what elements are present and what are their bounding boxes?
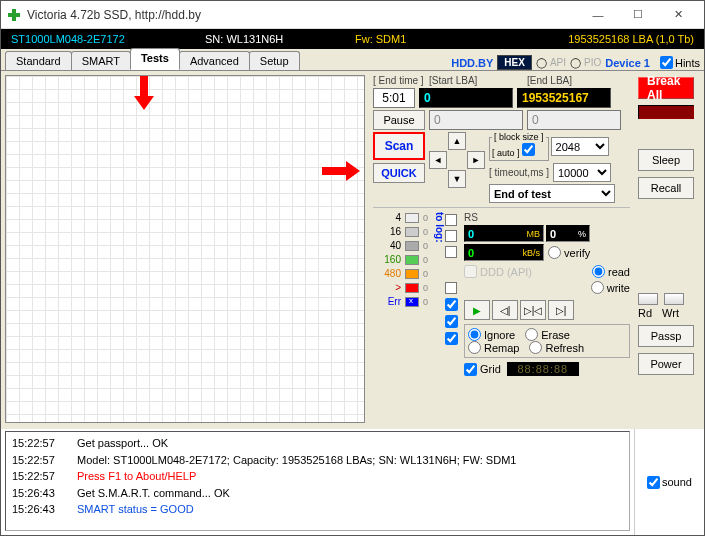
svg-rect-1 <box>8 13 20 17</box>
progress-indicator <box>638 105 694 119</box>
step-fwd-button[interactable]: ▷| <box>548 300 574 320</box>
close-button[interactable]: ✕ <box>658 2 698 28</box>
end-time-label: [ End time ] <box>373 75 425 86</box>
remap-radio[interactable]: Remap <box>468 341 519 354</box>
hex-button[interactable]: HEX <box>497 55 532 70</box>
nav-right-button[interactable]: ► <box>467 151 485 169</box>
end-time-field[interactable] <box>373 88 415 108</box>
device-select[interactable]: Device 1 <box>605 57 650 69</box>
refresh-radio[interactable]: Refresh <box>529 341 584 354</box>
tab-tests[interactable]: Tests <box>130 48 180 70</box>
drive-sn: SN: WL131N6H <box>205 33 355 45</box>
pct-readout: 0% <box>546 225 590 242</box>
grid-checkbox[interactable]: Grid <box>464 363 501 376</box>
timeout-select[interactable]: 10000 <box>553 163 611 182</box>
sidebar: Break All Sleep Recall Rd Wrt Passp Powe… <box>634 71 704 429</box>
start-lba-field[interactable] <box>419 88 513 108</box>
sleep-button[interactable]: Sleep <box>638 149 694 171</box>
drive-model: ST1000LM048-2E7172 <box>5 33 205 45</box>
hddby-link[interactable]: HDD.BY <box>451 57 493 69</box>
passp-button[interactable]: Passp <box>638 325 694 347</box>
tab-bar: Standard SMART Tests Advanced Setup HDD.… <box>1 49 704 71</box>
surface-map <box>5 75 365 423</box>
nav-diamond: ▲ ▼ ◄ ► <box>429 132 485 188</box>
end-lba-label: [End LBA] <box>527 75 572 86</box>
rd-label: Rd <box>638 307 652 319</box>
minimize-button[interactable]: — <box>578 2 618 28</box>
drive-lba: 1953525168 LBA (1,0 Tb) <box>495 33 700 45</box>
end-action-select[interactable]: End of test <box>489 184 615 203</box>
drive-fw: Fw: SDM1 <box>355 33 495 45</box>
action-group: Ignore Erase Remap Refresh <box>464 324 630 358</box>
log-check-2[interactable] <box>445 230 457 242</box>
log-check-5[interactable] <box>445 298 458 311</box>
footer: 15:22:57Get passport... OK15:22:57Model:… <box>1 429 704 535</box>
cur-a-field <box>429 110 523 130</box>
wrt-label: Wrt <box>662 307 679 319</box>
main-area: [ End time ] [Start LBA] [End LBA] Pause… <box>1 71 704 429</box>
log-check-3[interactable] <box>445 246 457 258</box>
step-back-button[interactable]: ◁| <box>492 300 518 320</box>
rd-indicator <box>638 293 658 305</box>
kbs-readout: 0kB/s <box>464 244 544 261</box>
nav-up-button[interactable]: ▲ <box>448 132 466 150</box>
auto-checkbox[interactable] <box>522 143 535 156</box>
block-size-select[interactable]: 2048 <box>551 137 609 156</box>
log-row: 15:26:43Get S.M.A.R.T. command... OK <box>12 485 623 502</box>
nav-down-button[interactable]: ▼ <box>448 170 466 188</box>
break-all-button[interactable]: Break All <box>638 77 694 99</box>
timing-legend: 40 160 400 1600 4800 >0 Errx0 <box>373 212 428 376</box>
tab-smart[interactable]: SMART <box>71 51 131 70</box>
block-size-group: [ block size ] [ auto ] <box>489 132 549 161</box>
write-radio[interactable]: write <box>591 281 630 294</box>
ddd-check[interactable]: DDD (API) <box>464 265 532 278</box>
wrt-indicator <box>664 293 684 305</box>
start-lba-label: [Start LBA] <box>429 75 523 86</box>
log-check-7[interactable] <box>445 332 458 345</box>
tab-standard[interactable]: Standard <box>5 51 72 70</box>
to-log-label: to log: <box>434 212 445 376</box>
read-radio[interactable]: read <box>592 265 630 278</box>
power-button[interactable]: Power <box>638 353 694 375</box>
verify-radio[interactable]: verify <box>548 246 590 259</box>
rs-label: RS <box>464 212 478 223</box>
api-radio[interactable]: ◯ API <box>536 57 566 68</box>
recall-button[interactable]: Recall <box>638 177 694 199</box>
controls-panel: [ End time ] [Start LBA] [End LBA] Pause… <box>369 71 634 429</box>
status-bar: ST1000LM048-2E7172 SN: WL131N6H Fw: SDM1… <box>1 29 704 49</box>
play-button[interactable]: ▶ <box>464 300 490 320</box>
quick-button[interactable]: QUICK <box>373 163 425 183</box>
titlebar: Victoria 4.72b SSD, http://hdd.by — ☐ ✕ <box>1 1 704 29</box>
play-controls: ▶ ◁| ▷|◁ ▷| <box>464 300 630 320</box>
app-icon <box>7 8 21 22</box>
end-lba-field[interactable] <box>517 88 611 108</box>
log-row: 15:22:57Press F1 to About/HELP <box>12 468 623 485</box>
hints-checkbox[interactable]: Hints <box>660 56 700 69</box>
timeout-label: [ timeout,ms ] <box>489 167 551 178</box>
nav-left-button[interactable]: ◄ <box>429 151 447 169</box>
tab-advanced[interactable]: Advanced <box>179 51 250 70</box>
log-area[interactable]: 15:22:57Get passport... OK15:22:57Model:… <box>5 431 630 531</box>
log-check-6[interactable] <box>445 315 458 328</box>
ignore-radio[interactable]: Ignore <box>468 328 515 341</box>
maximize-button[interactable]: ☐ <box>618 2 658 28</box>
log-row: 15:22:57Get passport... OK <box>12 435 623 452</box>
tab-setup[interactable]: Setup <box>249 51 300 70</box>
log-row: 15:22:57Model: ST1000LM048-2E7172; Capac… <box>12 452 623 469</box>
pio-radio[interactable]: ◯ PIO <box>570 57 601 68</box>
log-check-1[interactable] <box>445 214 457 226</box>
skip-button[interactable]: ▷|◁ <box>520 300 546 320</box>
pause-button[interactable]: Pause <box>373 110 425 130</box>
mb-readout: 0MB <box>464 225 544 242</box>
cur-b-field <box>527 110 621 130</box>
log-row: 15:26:43SMART status = GOOD <box>12 501 623 518</box>
log-check-4[interactable] <box>445 282 457 294</box>
timer-display: 88:88:88 <box>507 362 579 376</box>
window-title: Victoria 4.72b SSD, http://hdd.by <box>27 8 578 22</box>
sound-checkbox[interactable]: sound <box>634 429 704 535</box>
erase-radio[interactable]: Erase <box>525 328 570 341</box>
scan-button[interactable]: Scan <box>373 132 425 160</box>
